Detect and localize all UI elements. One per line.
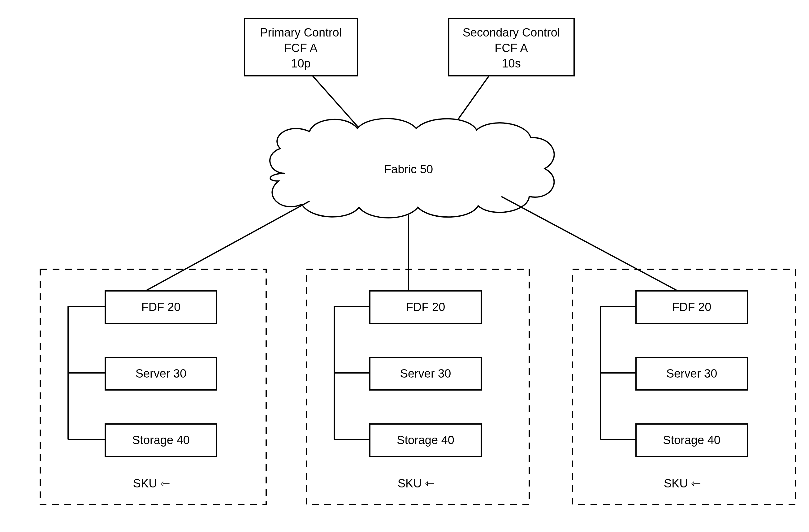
fabric-cloud-label: Fabric 50	[384, 163, 433, 176]
primary-control-line2: FCF A	[284, 41, 317, 54]
secondary-control-box: Secondary Control FCF A 10s	[449, 19, 574, 76]
sku2-storage-box: Storage 40	[370, 424, 481, 457]
fabric-cloud: Fabric 50	[270, 119, 554, 218]
sku3-storage-box: Storage 40	[636, 424, 747, 457]
sku3-fdf-label: FDF 20	[672, 301, 711, 313]
sku1-storage-box: Storage 40	[105, 424, 217, 457]
sku2-server-label: Server 30	[400, 367, 451, 380]
sku3-server-box: Server 30	[636, 358, 747, 390]
secondary-control-line2: FCF A	[495, 41, 528, 54]
sku2-fdf-box: FDF 20	[370, 291, 481, 323]
sku-unit-1: FDF 20 Server 30 Storage 40 SKU ⇽	[40, 269, 266, 504]
line-cloud-to-sku1	[145, 201, 309, 291]
sku1-fdf-box: FDF 20	[105, 291, 217, 323]
sku2-fdf-label: FDF 20	[406, 301, 445, 313]
secondary-control-line3: 10s	[502, 57, 520, 70]
primary-control-line1: Primary Control	[260, 26, 342, 39]
sku1-sku-label: SKU ⇽	[133, 477, 171, 490]
primary-control-box: Primary Control FCF A 10p	[244, 19, 358, 76]
sku1-storage-label: Storage 40	[132, 433, 190, 447]
sku2-server-box: Server 30	[370, 358, 481, 390]
sku-unit-2: FDF 20 Server 30 Storage 40 SKU ⇽	[306, 269, 529, 504]
sku3-storage-label: Storage 40	[663, 433, 721, 447]
sku3-fdf-box: FDF 20	[636, 291, 747, 323]
sku2-storage-label: Storage 40	[397, 433, 454, 447]
sku1-server-label: Server 30	[136, 367, 187, 380]
sku1-fdf-label: FDF 20	[141, 301, 181, 313]
sku3-sku-label: SKU ⇽	[664, 477, 701, 490]
secondary-control-line1: Secondary Control	[463, 26, 560, 39]
sku3-server-label: Server 30	[666, 367, 717, 380]
sku2-sku-label: SKU ⇽	[398, 477, 435, 490]
sku-unit-3: FDF 20 Server 30 Storage 40 SKU ⇽	[572, 269, 795, 504]
line-cloud-to-sku3	[501, 196, 678, 291]
sku1-server-box: Server 30	[105, 358, 217, 390]
primary-control-line3: 10p	[291, 57, 310, 70]
